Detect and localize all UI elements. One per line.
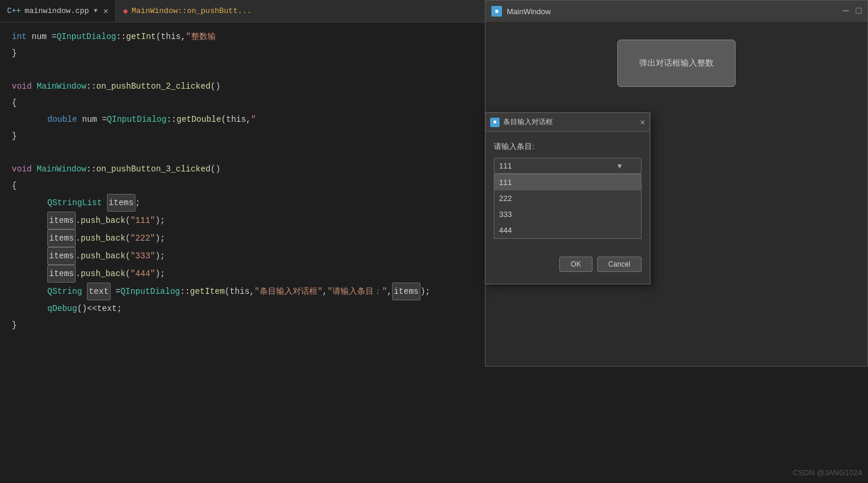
dialog-cancel-button[interactable]: Cancel bbox=[597, 257, 642, 272]
code-line-5: { bbox=[0, 95, 485, 111]
combobox-arrow-icon: ▼ bbox=[616, 162, 623, 170]
code-line-1: int num = QInputDialog :: getInt (this, … bbox=[0, 28, 485, 45]
dropdown-item-222[interactable]: 222 bbox=[494, 190, 641, 206]
app-title: MainWindow bbox=[507, 7, 838, 16]
dialog-titlebar: ■ 条目输入对话框 ✕ bbox=[485, 113, 650, 132]
code-line-10: { bbox=[0, 177, 485, 194]
minimize-button[interactable]: ─ bbox=[843, 7, 849, 16]
tab-bar: C++ mainwindow.cpp ▼ ✕ ◆ MainWindow::on_… bbox=[0, 0, 485, 22]
dropdown-item-444[interactable]: 444 bbox=[494, 222, 641, 238]
code-line-9: void MainWindow :: on_pushButton_3_click… bbox=[0, 161, 485, 177]
tab1-label: mainwindow.cpp bbox=[24, 7, 89, 15]
code-line-17: qDebug ()<< text; bbox=[0, 300, 485, 317]
code-line-18: } bbox=[0, 317, 485, 333]
code-line-7: } bbox=[0, 128, 485, 144]
combobox[interactable]: 111 ▼ bbox=[494, 158, 642, 174]
combobox-container: 111 ▼ 111 222 333 444 bbox=[494, 158, 642, 174]
item-input-dialog: ■ 条目输入对话框 ✕ 请输入条目: 111 ▼ 111 222 333 444… bbox=[485, 112, 650, 284]
code-editor: C++ mainwindow.cpp ▼ ✕ ◆ MainWindow::on_… bbox=[0, 0, 485, 483]
watermark: CSDN @JANG1024 bbox=[793, 468, 862, 477]
dialog-label: 请输入条目: bbox=[494, 141, 642, 152]
keyword-int: int bbox=[12, 28, 27, 45]
code-line-8 bbox=[0, 144, 485, 161]
tab-close-icon[interactable]: ✕ bbox=[103, 6, 108, 16]
code-line-4: void MainWindow :: on_pushButton_2_click… bbox=[0, 78, 485, 95]
dropdown-item-111[interactable]: 111 bbox=[494, 174, 641, 190]
code-line-11: QStringList items ; bbox=[0, 194, 485, 212]
dropdown-item-333[interactable]: 333 bbox=[494, 206, 641, 222]
code-line-2: } bbox=[0, 45, 485, 61]
code-line-3 bbox=[0, 61, 485, 78]
window-controls: ─ □ bbox=[843, 7, 861, 16]
combobox-value: 111 bbox=[499, 161, 512, 170]
dialog-ok-button[interactable]: OK bbox=[559, 257, 592, 272]
code-content: int num = QInputDialog :: getInt (this, … bbox=[0, 22, 485, 339]
code-line-6: double num = QInputDialog :: getDouble (… bbox=[0, 111, 485, 128]
tab-mainwindow-slot[interactable]: ◆ MainWindow::on_pushButt... bbox=[116, 0, 258, 22]
app-titlebar: ■ MainWindow ─ □ bbox=[485, 1, 867, 22]
popup-int-button[interactable]: 弹出对话框输入整数 bbox=[617, 40, 736, 87]
diamond-icon: ◆ bbox=[123, 6, 128, 16]
app-body: 弹出对话框输入整数 bbox=[485, 22, 867, 105]
tab-mainwindow-cpp[interactable]: C++ mainwindow.cpp ▼ ✕ bbox=[0, 0, 116, 22]
dialog-body: 请输入条目: 111 ▼ 111 222 333 444 OK Cancel bbox=[485, 132, 650, 284]
code-line-13: items . push_back ( "222" ); bbox=[0, 229, 485, 247]
code-line-16: QString text = QInputDialog :: getItem (… bbox=[0, 283, 485, 300]
dialog-icon: ■ bbox=[490, 118, 500, 127]
code-line-12: items . push_back ( "111" ); bbox=[0, 212, 485, 229]
dialog-buttons: OK Cancel bbox=[494, 257, 642, 278]
cpp-file-icon: C++ bbox=[7, 7, 21, 15]
dropdown-list: 111 222 333 444 bbox=[494, 174, 642, 239]
tab2-label: MainWindow::on_pushButt... bbox=[132, 7, 252, 15]
tab-dropdown-icon[interactable]: ▼ bbox=[94, 8, 98, 14]
dialog-title: 条目输入对话框 bbox=[503, 117, 637, 127]
app-window-icon: ■ bbox=[491, 6, 502, 17]
code-line-14: items . push_back ( "333" ); bbox=[0, 247, 485, 265]
dialog-close-button[interactable]: ✕ bbox=[640, 117, 645, 127]
maximize-button[interactable]: □ bbox=[856, 7, 861, 16]
code-line-15: items . push_back ( "444" ); bbox=[0, 265, 485, 283]
